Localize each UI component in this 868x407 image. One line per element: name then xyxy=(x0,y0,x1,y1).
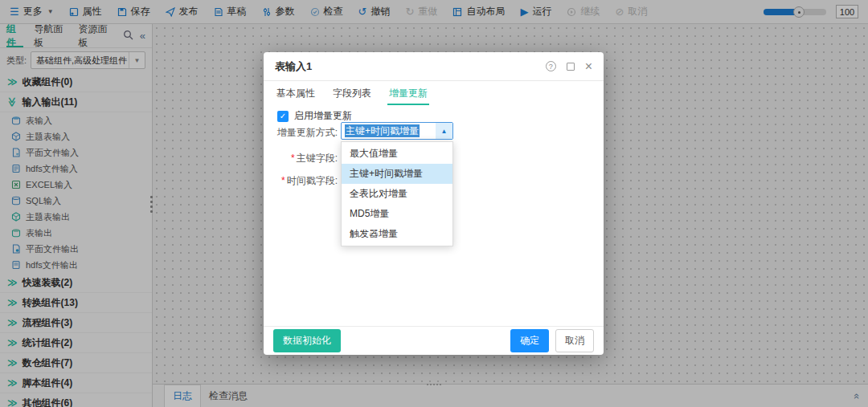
timestamp-label: *时间戳字段: xyxy=(265,174,338,188)
dropdown-option[interactable]: 触发器增量 xyxy=(342,224,452,244)
table-input-dialog: 表输入1 ? × 基本属性 字段列表 增量更新 ✓ 启用增量更新 增量更新方式:… xyxy=(264,52,604,355)
checkbox-label: 启用增量更新 xyxy=(294,109,352,123)
tab-incremental-update[interactable]: 增量更新 xyxy=(389,81,428,105)
chevron-up-icon: ▲ xyxy=(436,123,452,139)
maximize-icon[interactable] xyxy=(567,63,575,71)
update-mode-select[interactable]: 主键+时间戳增量 ▲ xyxy=(341,122,453,140)
dialog-title: 表输入1 xyxy=(275,59,312,74)
help-icon[interactable]: ? xyxy=(546,61,556,71)
dropdown-option[interactable]: 全表比对增量 xyxy=(342,184,452,204)
enable-incremental-checkbox[interactable]: ✓ xyxy=(277,111,289,122)
dropdown-option[interactable]: MD5增量 xyxy=(342,204,452,224)
dropdown-option[interactable]: 最大值增量 xyxy=(342,144,452,164)
update-mode-dropdown: 最大值增量 主键+时间戳增量 全表比对增量 MD5增量 触发器增量 xyxy=(341,141,453,246)
update-mode-label: 增量更新方式: xyxy=(265,126,338,140)
data-init-button[interactable]: 数据初始化 xyxy=(273,329,341,352)
tab-basic-properties[interactable]: 基本属性 xyxy=(276,81,315,105)
close-icon[interactable]: × xyxy=(585,60,592,73)
dropdown-option-selected[interactable]: 主键+时间戳增量 xyxy=(342,164,452,184)
primary-key-label: *主键字段: xyxy=(265,152,338,165)
ok-button[interactable]: 确定 xyxy=(510,329,549,352)
cancel-button[interactable]: 取消 xyxy=(555,329,594,352)
tab-field-list[interactable]: 字段列表 xyxy=(333,81,371,105)
